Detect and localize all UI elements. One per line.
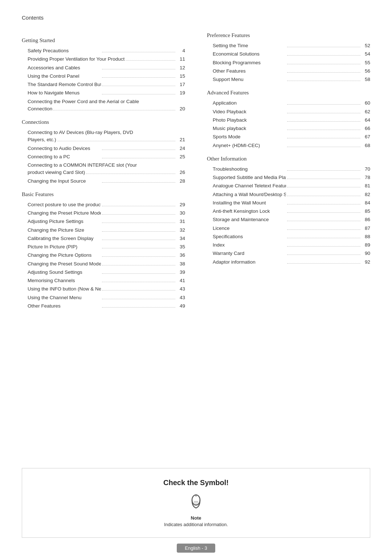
symbol-box-title: Check the Symbol! <box>37 479 355 487</box>
svg-point-0 <box>192 495 200 505</box>
list-item: Changing the Picture Size 32 <box>22 227 185 234</box>
list-item: Using the INFO button (Now & Next guide)… <box>22 285 185 293</box>
list-item: Sports Mode 67 <box>207 133 370 141</box>
list-item: Using the Channel Menu 43 <box>22 294 185 301</box>
list-item: How to Navigate Menus 19 <box>22 89 185 97</box>
list-item: The Standard Remote Control Buttons 17 <box>22 81 185 88</box>
section-heading-basic-features: Basic Features <box>22 191 185 198</box>
list-item: Index 89 <box>207 241 370 249</box>
list-item: Analogue Channel Teletext Feature 81 <box>207 182 370 190</box>
list-item: Economical Solutions 54 <box>207 50 370 58</box>
list-item: Storage and Maintenance 86 <box>207 216 370 223</box>
page-title: Contents <box>22 15 370 21</box>
section-basic-features: Basic Features Correct posture to use th… <box>22 191 185 310</box>
list-item: Connecting to a PC 25 <box>22 153 185 160</box>
list-item: Safety Precautions 4 <box>22 47 185 54</box>
section-connections: Connections Connecting to AV Devices (Bl… <box>22 119 185 185</box>
list-item: Support Menu 58 <box>207 76 370 83</box>
list-item: Calibrating the Screen Display 34 <box>22 235 185 242</box>
note-icon <box>187 494 205 512</box>
list-item: Licence 87 <box>207 225 370 232</box>
page-number-badge: English - 3 <box>177 544 215 553</box>
list-item: Changing the Input Source 28 <box>22 178 185 185</box>
page: Contents Getting Started Safety Precauti… <box>0 0 392 557</box>
page-footer: English - 3 <box>22 538 370 557</box>
list-item: Adjusting Picture Settings 31 <box>22 218 185 225</box>
section-heading-advanced-features: Advanced Features <box>207 90 370 96</box>
symbol-box: Check the Symbol! Note Indicates additio… <box>22 468 370 538</box>
list-item: Supported Subtitle and Media Play file f… <box>207 174 370 181</box>
list-item: Connecting the Power Cord and the Aerial… <box>22 98 185 113</box>
section-heading-other-information: Other Information <box>207 156 370 162</box>
list-item: Providing Proper Ventilation for Your Pr… <box>22 56 185 63</box>
list-item: Adjusting Sound Settings 39 <box>22 269 185 276</box>
list-item: Picture In Picture (PIP) 35 <box>22 243 185 251</box>
list-item: Adaptor information 92 <box>207 259 370 266</box>
content-area: Getting Started Safety Precautions 4 Pro… <box>22 31 370 457</box>
section-advanced-features: Advanced Features Application 60 Video P… <box>207 90 370 149</box>
right-column: Preference Features Setting the Time 52 … <box>196 31 370 457</box>
list-item: Connecting to a COMMON INTERFACE slot (Y… <box>22 162 185 176</box>
list-item: Blocking Programmes 55 <box>207 59 370 66</box>
list-item: Connecting to AV Devices (Blu-ray Player… <box>22 129 185 144</box>
list-item: Memorising Channels 41 <box>22 277 185 284</box>
list-item: Attaching a Wall Mount/Desktop Stand 82 <box>207 191 370 198</box>
list-item: Connecting to Audio Devices 24 <box>22 145 185 152</box>
list-item: Photo Playback 64 <box>207 117 370 124</box>
list-item: Anynet+ (HDMI-CEC) 68 <box>207 142 370 149</box>
symbol-note-desc: Indicates additional information. <box>37 522 355 527</box>
section-other-information: Other Information Troubleshooting 70 Sup… <box>207 156 370 266</box>
list-item: Specifications 88 <box>207 233 370 240</box>
list-item: Application 60 <box>207 99 370 107</box>
svg-rect-2 <box>195 494 197 496</box>
section-heading-getting-started: Getting Started <box>22 37 185 44</box>
list-item: Using the Control Panel 15 <box>22 73 185 80</box>
list-item: Video Playback 62 <box>207 108 370 115</box>
list-item: Installing the Wall Mount 84 <box>207 199 370 207</box>
list-item: Warranty Card 90 <box>207 250 370 257</box>
list-item: Changing the Preset Sound Mode 38 <box>22 260 185 268</box>
list-item: Music playback 66 <box>207 125 370 132</box>
list-item: Accessories and Cables 12 <box>22 64 185 72</box>
section-preference-features: Preference Features Setting the Time 52 … <box>207 32 370 83</box>
section-heading-connections: Connections <box>22 119 185 125</box>
list-item: Correct posture to use the product 29 <box>22 201 185 208</box>
list-item: Anti-theft Kensington Lock 85 <box>207 208 370 215</box>
symbol-note-label: Note <box>37 515 355 521</box>
list-item: Other Features 49 <box>22 302 185 310</box>
list-item: Other Features 56 <box>207 68 370 75</box>
list-item: Changing the Picture Options 36 <box>22 252 185 259</box>
section-getting-started: Getting Started Safety Precautions 4 Pro… <box>22 37 185 113</box>
list-item: Changing the Preset Picture Mode 30 <box>22 210 185 217</box>
list-item: Setting the Time 52 <box>207 42 370 49</box>
left-column: Getting Started Safety Precautions 4 Pro… <box>22 31 196 457</box>
section-heading-preference-features: Preference Features <box>207 32 370 38</box>
list-item: Troubleshooting 70 <box>207 166 370 173</box>
